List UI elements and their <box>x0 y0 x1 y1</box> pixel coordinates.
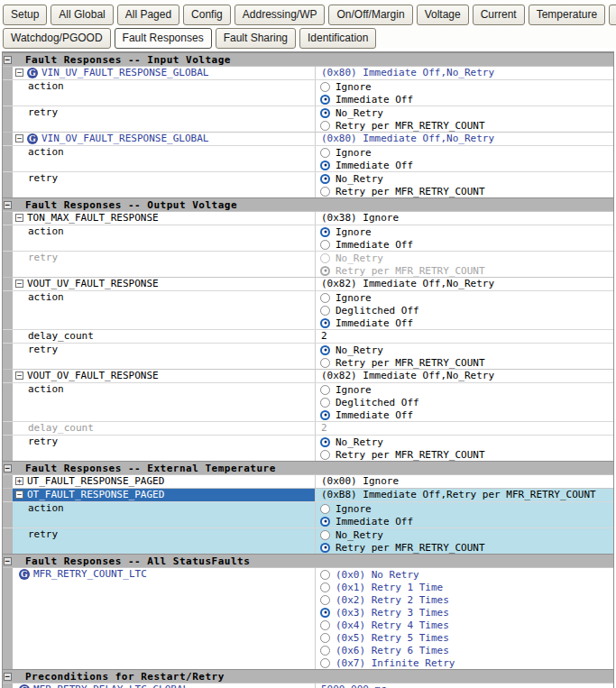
radio-option[interactable]: Deglitched Off <box>316 396 613 408</box>
tab-temperature[interactable]: Temperature <box>529 5 605 25</box>
radio-option[interactable]: (0x1) Retry 1 Time <box>316 581 613 593</box>
radio-selected-icon[interactable] <box>320 318 330 328</box>
collapse-param-icon[interactable]: − <box>15 280 23 288</box>
radio-icon[interactable] <box>320 530 330 540</box>
radio-icon[interactable] <box>320 658 330 668</box>
radio-icon[interactable] <box>320 646 330 656</box>
tab-energy[interactable]: Energy <box>609 5 616 25</box>
param-name-cell[interactable]: −GVIN_OV_FAULT_RESPONSE_GLOBAL <box>13 133 316 145</box>
collapse-param-icon[interactable]: − <box>15 134 23 142</box>
radio-option[interactable]: (0x5) Retry 5 Times <box>316 631 613 644</box>
radio-icon[interactable] <box>320 385 330 395</box>
radio-option[interactable]: No_Retry <box>316 106 613 119</box>
radio-icon[interactable] <box>320 148 330 158</box>
radio-option[interactable]: Immediate Off <box>316 159 613 171</box>
param-value-cell[interactable]: (0x00) Ignore <box>316 475 613 488</box>
tab-identification[interactable]: Identification <box>299 28 376 49</box>
collapse-section-icon[interactable]: − <box>4 56 12 64</box>
collapse-section-icon[interactable]: − <box>4 673 12 681</box>
radio-icon[interactable] <box>320 121 330 131</box>
radio-option[interactable]: No_Retry <box>316 172 613 185</box>
radio-selected-icon[interactable] <box>320 227 330 237</box>
radio-option[interactable]: (0x7) Infinite Retry <box>316 656 613 669</box>
expand-param-icon[interactable]: + <box>15 477 23 485</box>
param-row-vout-ov-fault-response[interactable]: −VOUT_OV_FAULT_RESPONSE(0x82) Immediate … <box>3 369 613 382</box>
tab-all-paged[interactable]: All Paged <box>117 5 179 25</box>
radio-icon[interactable] <box>320 398 330 408</box>
collapse-param-icon[interactable]: − <box>15 214 23 222</box>
param-row-vout-uv-fault-response[interactable]: −VOUT_UV_FAULT_RESPONSE(0x82) Immediate … <box>3 277 613 290</box>
radio-selected-icon[interactable] <box>320 345 330 355</box>
radio-option[interactable]: Ignore <box>316 146 613 159</box>
radio-selected-icon[interactable] <box>320 108 330 118</box>
radio-icon[interactable] <box>320 583 330 592</box>
tab-fault-sharing[interactable]: Fault Sharing <box>216 28 296 49</box>
tab-config[interactable]: Config <box>183 5 231 25</box>
radio-option[interactable]: Immediate Off <box>316 238 613 251</box>
radio-icon[interactable] <box>320 82 330 92</box>
radio-icon[interactable] <box>320 570 330 580</box>
collapse-param-icon[interactable]: − <box>15 69 23 77</box>
param-row-vin-ov-fault-response-global[interactable]: −GVIN_OV_FAULT_RESPONSE_GLOBAL(0x80) Imm… <box>3 132 613 145</box>
radio-icon[interactable] <box>320 450 330 460</box>
radio-option[interactable]: Retry per MFR_RETRY_COUNT <box>316 448 613 461</box>
collapse-param-icon[interactable]: − <box>15 372 23 380</box>
radio-icon[interactable] <box>320 504 330 514</box>
radio-option[interactable]: Immediate Off <box>316 408 613 421</box>
radio-option[interactable]: (0x2) Retry 2 Times <box>316 593 613 606</box>
radio-option[interactable]: Retry per MFR_RETRY_COUNT <box>316 119 613 132</box>
param-row-ut-fault-response-paged[interactable]: +UT_FAULT_RESPONSE_PAGED(0x00) Ignore <box>3 474 613 488</box>
radio-selected-icon[interactable] <box>320 608 330 618</box>
radio-icon[interactable] <box>320 358 330 368</box>
param-value-cell[interactable]: 5000.000 ms <box>316 683 613 688</box>
param-name-cell[interactable]: −TON_MAX_FAULT_RESPONSE <box>13 212 316 225</box>
tab-current[interactable]: Current <box>473 5 525 25</box>
radio-selected-icon[interactable] <box>320 266 330 276</box>
collapse-section-icon[interactable]: − <box>4 201 12 209</box>
param-row-mfr-retry-delay-ltc-global[interactable]: GMFR_RETRY_DELAY_LTC_GLOBAL5000.000 ms <box>3 683 613 688</box>
param-name-cell[interactable]: −VOUT_OV_FAULT_RESPONSE <box>13 370 316 382</box>
radio-option[interactable]: No_Retry <box>316 528 613 541</box>
radio-option[interactable]: Immediate Off <box>316 93 613 105</box>
tab-fault-responses[interactable]: Fault Responses <box>115 28 212 49</box>
radio-option[interactable]: Ignore <box>316 291 613 304</box>
radio-option[interactable]: No_Retry <box>316 436 613 448</box>
section-header[interactable]: −Fault Responses -- Input Voltage <box>3 52 613 66</box>
param-row-mfr-retry-count-ltc[interactable]: GMFR_RETRY_COUNT_LTC(0x0) No Retry(0x1) … <box>3 567 613 669</box>
radio-option[interactable]: Immediate Off <box>316 515 613 527</box>
radio-selected-icon[interactable] <box>320 543 330 553</box>
tab-setup[interactable]: Setup <box>3 5 47 25</box>
tab-on-off-margin[interactable]: On/Off/Margin <box>328 5 412 25</box>
param-name-cell[interactable]: −GVIN_UV_FAULT_RESPONSE_GLOBAL <box>13 67 316 79</box>
tab-watchdog-pgood[interactable]: Watchdog/PGOOD <box>3 28 111 49</box>
radio-option[interactable]: (0x3) Retry 3 Times <box>316 606 613 619</box>
radio-icon[interactable] <box>320 293 330 303</box>
radio-icon[interactable] <box>320 633 330 643</box>
radio-option[interactable]: Ignore <box>316 225 613 238</box>
param-row-ton-max-fault-response[interactable]: −TON_MAX_FAULT_RESPONSE(0x38) Ignore <box>3 211 613 225</box>
param-name-cell[interactable]: +UT_FAULT_RESPONSE_PAGED <box>13 475 316 488</box>
radio-selected-icon[interactable] <box>320 95 330 105</box>
radio-icon[interactable] <box>320 595 330 605</box>
param-value-cell[interactable]: (0x82) Immediate Off,No_Retry <box>316 370 613 382</box>
param-value-cell[interactable]: (0xB8) Immediate Off,Retry per MFR_RETRY… <box>316 489 613 501</box>
radio-option[interactable]: Ignore <box>316 80 613 93</box>
param-name-cell[interactable]: GMFR_RETRY_DELAY_LTC_GLOBAL <box>13 683 316 688</box>
param-name-cell[interactable]: −OT_FAULT_RESPONSE_PAGED <box>13 489 316 501</box>
radio-option[interactable]: Ignore <box>316 502 613 515</box>
radio-option[interactable]: Deglitched Off <box>316 304 613 316</box>
radio-option[interactable]: Retry per MFR_RETRY_COUNT <box>316 264 613 277</box>
section-header[interactable]: −Fault Responses -- External Temperature <box>3 461 613 474</box>
radio-option[interactable]: (0x4) Retry 4 Times <box>316 619 613 631</box>
param-value-cell[interactable]: (0x80) Immediate Off,No_Retry <box>316 133 613 145</box>
radio-icon[interactable] <box>320 620 330 630</box>
param-value-cell[interactable]: (0x0) No Retry(0x1) Retry 1 Time(0x2) Re… <box>316 568 613 669</box>
param-name-cell[interactable]: −VOUT_UV_FAULT_RESPONSE <box>13 278 316 290</box>
radio-option[interactable]: Retry per MFR_RETRY_COUNT <box>316 185 613 197</box>
collapse-section-icon[interactable]: − <box>4 557 12 565</box>
radio-option[interactable]: Retry per MFR_RETRY_COUNT <box>316 541 613 554</box>
radio-selected-icon[interactable] <box>320 517 330 527</box>
radio-selected-icon[interactable] <box>320 161 330 170</box>
param-row-ot-fault-response-paged[interactable]: −OT_FAULT_RESPONSE_PAGED(0xB8) Immediate… <box>3 488 613 501</box>
radio-icon[interactable] <box>320 187 330 197</box>
